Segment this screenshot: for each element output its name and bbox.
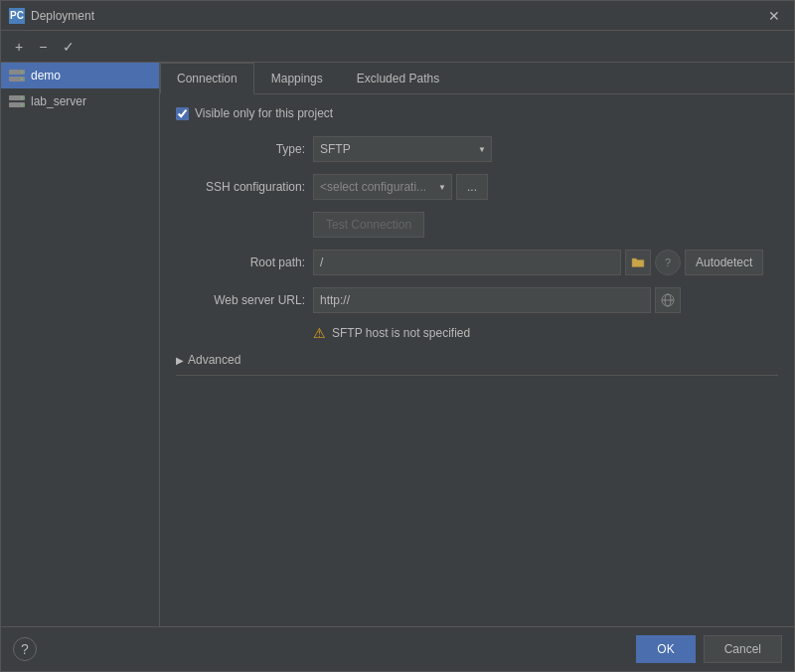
tab-content-connection: Visible only for this project Type: SFTP… <box>160 94 794 626</box>
bottom-bar: ? OK Cancel <box>1 626 794 671</box>
deployment-dialog: PC Deployment ✕ + − ✓ demo <box>0 0 795 672</box>
advanced-arrow-icon: ▶ <box>176 355 184 366</box>
root-path-controls: ? Autodetect <box>313 250 763 275</box>
main-content: demo lab_server Connection Mapp <box>1 63 794 626</box>
root-path-row: Root path: ? Autodetect <box>176 250 778 275</box>
root-path-label: Root path: <box>176 255 305 269</box>
type-select-wrapper: SFTP FTP FTPS Local or mounted folder <box>313 136 492 162</box>
visible-only-checkbox[interactable] <box>176 107 189 120</box>
tab-excluded-paths[interactable]: Excluded Paths <box>340 63 456 93</box>
url-controls <box>313 287 681 313</box>
add-button[interactable]: + <box>9 37 29 57</box>
web-server-label: Web server URL: <box>176 293 305 307</box>
svg-point-2 <box>21 72 23 74</box>
dialog-title: Deployment <box>31 9 762 23</box>
test-connection-button[interactable]: Test Connection <box>313 212 424 238</box>
test-connection-row: Test Connection <box>176 212 778 238</box>
svg-point-6 <box>21 97 23 99</box>
sidebar-item-lab-label: lab_server <box>31 94 86 108</box>
ok-button[interactable]: OK <box>636 635 695 663</box>
root-path-input[interactable] <box>313 250 621 275</box>
ssh-controls: <select configurati... ... <box>313 174 488 200</box>
svg-point-3 <box>21 79 23 81</box>
web-server-url-input[interactable] <box>313 287 651 313</box>
visible-only-row: Visible only for this project <box>176 106 778 120</box>
title-bar: PC Deployment ✕ <box>1 1 794 31</box>
type-label: Type: <box>176 142 305 156</box>
ssh-select-wrapper: <select configurati... <box>313 174 452 200</box>
type-select[interactable]: SFTP FTP FTPS Local or mounted folder <box>313 136 492 162</box>
tab-connection[interactable]: Connection <box>160 63 254 94</box>
root-path-browse-button[interactable] <box>625 250 651 275</box>
sidebar-item-demo[interactable]: demo <box>1 63 159 88</box>
close-button[interactable]: ✕ <box>762 6 786 26</box>
type-row: Type: SFTP FTP FTPS Local or mounted fol… <box>176 136 778 162</box>
sidebar-item-demo-label: demo <box>31 69 61 83</box>
sidebar-item-lab-server[interactable]: lab_server <box>1 88 159 114</box>
warning-text: SFTP host is not specified <box>332 326 470 340</box>
bottom-actions: OK Cancel <box>636 635 782 663</box>
root-path-help-button[interactable]: ? <box>655 250 681 275</box>
ssh-config-row: SSH configuration: <select configurati..… <box>176 174 778 200</box>
cancel-button[interactable]: Cancel <box>704 635 782 663</box>
ssh-config-select[interactable]: <select configurati... <box>313 174 452 200</box>
right-panel: Connection Mappings Excluded Paths Visib… <box>160 63 794 626</box>
advanced-label: Advanced <box>188 353 240 367</box>
confirm-button[interactable]: ✓ <box>57 37 80 57</box>
folder-icon <box>631 256 645 268</box>
tab-mappings[interactable]: Mappings <box>254 63 340 93</box>
warning-icon: ⚠ <box>313 325 326 341</box>
help-button[interactable]: ? <box>13 637 37 661</box>
web-server-globe-button[interactable] <box>655 287 681 313</box>
visible-only-label: Visible only for this project <box>195 106 333 120</box>
ssh-config-label: SSH configuration: <box>176 180 305 194</box>
autodetect-button[interactable]: Autodetect <box>685 250 763 275</box>
ssh-browse-button[interactable]: ... <box>456 174 488 200</box>
advanced-row[interactable]: ▶ Advanced <box>176 353 778 376</box>
app-icon: PC <box>9 8 25 24</box>
tabs: Connection Mappings Excluded Paths <box>160 63 794 94</box>
remove-button[interactable]: − <box>33 37 53 57</box>
toolbar: + − ✓ <box>1 31 794 63</box>
server-icon-demo <box>9 70 25 82</box>
server-icon-lab <box>9 95 25 107</box>
warning-row: ⚠ SFTP host is not specified <box>176 325 778 341</box>
web-server-url-row: Web server URL: <box>176 287 778 313</box>
sidebar: demo lab_server <box>1 63 160 626</box>
svg-point-7 <box>21 104 23 106</box>
globe-icon <box>661 293 675 307</box>
